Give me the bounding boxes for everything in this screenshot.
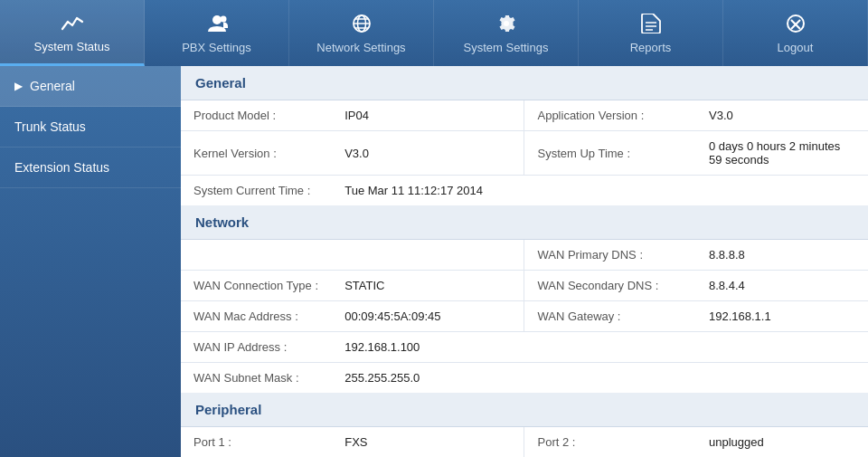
system-settings-icon [495,14,517,37]
value-cell: 8.8.4.4 [696,271,868,301]
section-header-network: Network [181,205,868,240]
table-row: WAN Mac Address : 00:09:45:5A:09:45 WAN … [181,301,868,332]
nav-item-system-settings[interactable]: System Settings [434,0,579,66]
value-cell: 00:09:45:5A:09:45 [332,301,524,332]
section-table-general: Product Model : IP04 Application Version… [181,100,868,205]
label-cell: WAN Mac Address : [181,301,332,332]
nav-label-logout: Logout [778,41,814,54]
nav-label-pbx-settings: PBX Settings [182,41,251,54]
value-cell: STATIC [332,271,524,301]
svg-point-0 [212,15,222,24]
nav-label-system-status: System Status [34,40,110,53]
logout-icon [785,14,807,37]
sidebar-label-extension-status: Extension Status [14,160,109,175]
table-row: Kernel Version : V3.0 System Up Time : 0… [181,131,868,176]
value-cell: FXS [332,427,524,457]
label-cell: Port 2 : [524,427,696,457]
label-cell: Port 1 : [181,427,332,457]
nav-label-network-settings: Network Settings [316,41,405,54]
nav-item-network-settings[interactable]: Network Settings [289,0,434,66]
table-row: WAN Primary DNS : 8.8.8.8 [181,240,868,271]
section-header-general: General [181,66,868,100]
value-cell: 192.168.1.100 [332,332,868,363]
value-cell: IP04 [332,100,524,131]
network-settings-icon [351,14,373,37]
system-status-icon [61,13,84,36]
value-cell: 8.8.8.8 [696,240,868,271]
table-row: WAN Connection Type : STATIC WAN Seconda… [181,271,868,301]
table-row: System Current Time : Tue Mar 11 11:12:1… [181,176,868,206]
label-cell: System Up Time : [524,131,696,176]
pbx-settings-icon [206,14,228,37]
nav-item-system-status[interactable]: System Status [0,0,145,66]
value-cell: Tue Mar 11 11:12:17 2014 [332,176,868,206]
label-cell: WAN Secondary DNS : [524,271,696,301]
reports-icon [639,14,663,37]
chevron-icon: ▶ [14,80,23,92]
svg-point-1 [220,16,226,23]
top-nav: System Status PBX Settings Network Setti… [0,0,868,66]
table-row: Port 1 : FXS Port 2 : unplugged [181,427,868,457]
label-cell: WAN Connection Type : [181,271,332,301]
nav-label-reports: Reports [630,41,672,54]
sidebar-item-trunk-status[interactable]: Trunk Status [0,107,181,148]
label-cell: Kernel Version : [181,131,332,176]
section-table-network: WAN Primary DNS : 8.8.8.8 WAN Connection… [181,240,868,393]
table-row: Product Model : IP04 Application Version… [181,100,868,131]
nav-item-pbx-settings[interactable]: PBX Settings [145,0,289,66]
sidebar-item-extension-status[interactable]: Extension Status [0,148,181,188]
label-cell: WAN IP Address : [181,332,332,363]
label-cell: System Current Time : [181,176,332,206]
section-header-peripheral: Peripheral [181,393,868,427]
table-row: WAN Subnet Mask : 255.255.255.0 [181,363,868,394]
sidebar-label-trunk-status: Trunk Status [14,119,86,134]
sidebar-label-general: General [30,79,75,93]
section-table-peripheral: Port 1 : FXS Port 2 : unplugged Port 3 :… [181,427,868,457]
sidebar-item-general[interactable]: ▶ General [0,66,181,107]
value-cell: 255.255.255.0 [332,363,868,394]
content-area: General Product Model : IP04 Application… [181,66,868,457]
nav-item-logout[interactable]: Logout [723,0,868,66]
nav-label-system-settings: System Settings [464,41,549,54]
value-cell: 0 days 0 hours 2 minutes 59 seconds [696,131,868,176]
value-cell: V3.0 [696,100,868,131]
label-cell: WAN Primary DNS : [524,240,696,271]
value-cell: unplugged [696,427,868,457]
label-cell: Application Version : [524,100,696,131]
table-row: WAN IP Address : 192.168.1.100 [181,332,868,363]
value-cell: 192.168.1.1 [696,301,868,332]
nav-item-reports[interactable]: Reports [579,0,723,66]
value-cell: V3.0 [332,131,524,176]
label-cell: WAN Subnet Mask : [181,363,332,394]
sidebar: ▶ General Trunk Status Extension Status [0,66,181,457]
label-cell: Product Model : [181,100,332,131]
label-cell: WAN Gateway : [524,301,696,332]
main-layout: ▶ General Trunk Status Extension Status … [0,66,868,457]
